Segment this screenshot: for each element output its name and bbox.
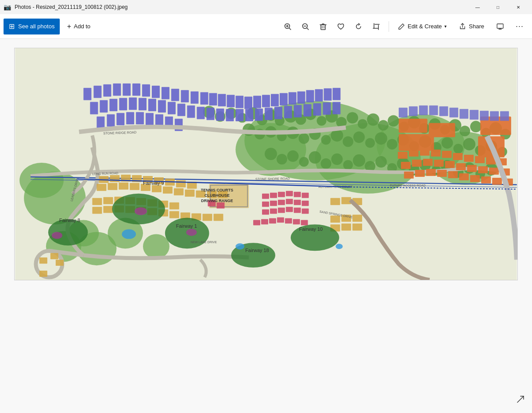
svg-rect-300 [270,209,277,214]
svg-rect-261 [399,119,428,133]
svg-rect-109 [93,86,101,98]
zoom-out-button[interactable] [297,18,314,35]
svg-rect-248 [404,172,414,179]
svg-point-281 [186,229,197,236]
svg-rect-299 [262,210,269,215]
svg-rect-181 [170,211,179,218]
svg-rect-195 [108,183,117,190]
svg-rect-174 [92,207,102,214]
share-label: Share [469,23,484,30]
svg-rect-288 [270,193,277,198]
svg-point-284 [335,244,343,249]
svg-rect-134 [324,88,332,101]
svg-rect-306 [261,219,268,225]
rotate-button[interactable] [350,18,367,35]
add-to-button[interactable]: + Add to [62,19,96,34]
slideshow-button[interactable] [491,18,509,35]
svg-rect-194 [96,184,106,191]
svg-point-59 [470,121,482,132]
expand-button[interactable] [516,395,525,406]
edit-create-label: Edit & Create [408,23,442,30]
svg-rect-219 [341,223,351,230]
see-all-photos-button[interactable]: ⊞ See all photos [4,19,60,34]
svg-rect-17 [497,24,503,28]
svg-text:TENNIS COURTS: TENNIS COURTS [201,188,233,192]
svg-point-73 [353,131,365,143]
share-button[interactable]: Share [454,19,490,34]
svg-rect-302 [286,207,293,212]
svg-rect-252 [448,171,458,178]
svg-point-87 [265,148,277,160]
svg-rect-254 [470,175,480,182]
svg-rect-115 [152,86,160,98]
svg-rect-133 [315,89,323,102]
svg-rect-140 [129,98,137,110]
svg-rect-187 [103,197,113,204]
zoom-in-button[interactable] [279,18,297,35]
more-button[interactable]: ··· [511,18,528,35]
svg-text:Fairway 8: Fairway 8 [59,218,80,223]
maximize-button[interactable]: □ [488,0,508,14]
svg-rect-311 [301,220,308,226]
svg-rect-120 [200,92,208,105]
svg-rect-201 [174,188,184,195]
svg-rect-159 [313,103,321,116]
svg-rect-193 [170,203,179,210]
svg-point-75 [375,132,387,145]
svg-rect-167 [146,113,154,125]
svg-rect-260 [399,134,434,151]
svg-rect-202 [185,190,195,197]
edit-create-button[interactable]: Edit & Create ▾ [393,19,452,34]
close-button[interactable]: ✕ [508,0,528,14]
svg-rect-199 [152,185,162,192]
svg-rect-127 [262,95,270,107]
svg-rect-113 [132,84,140,96]
svg-text:NEW LAKE DRIVE: NEW LAKE DRIVE [191,241,217,244]
separator-1 [389,21,389,32]
photos-icon: ⊞ [9,22,15,31]
svg-rect-264 [409,106,418,116]
svg-rect-164 [116,113,124,125]
crop-button[interactable] [367,18,385,35]
svg-rect-291 [294,192,301,197]
svg-rect-123 [227,95,235,107]
svg-rect-125 [244,97,252,109]
svg-rect-269 [459,109,468,119]
svg-rect-147 [197,107,205,119]
svg-point-70 [321,135,331,145]
svg-point-83 [463,138,475,150]
svg-rect-207 [110,175,120,182]
svg-rect-238 [401,162,411,169]
svg-rect-272 [490,111,499,121]
svg-rect-250 [426,169,436,176]
svg-rect-138 [109,99,117,111]
svg-rect-313 [216,203,224,209]
svg-rect-255 [481,176,491,184]
svg-rect-240 [423,159,433,166]
svg-point-88 [277,154,287,164]
svg-text:STONE SHORE ROAD: STONE SHORE ROAD [255,176,290,181]
svg-rect-184 [203,214,212,221]
svg-rect-293 [262,202,269,207]
svg-point-283 [235,243,244,249]
svg-rect-139 [119,98,127,111]
svg-point-58 [459,126,470,136]
window-title: Photos - Resized_20211119_100812 (002).j… [15,4,128,10]
svg-rect-110 [103,84,111,97]
svg-rect-126 [253,96,261,108]
toolbar-right: Edit & Create ▾ Share ··· [393,18,528,35]
svg-point-74 [365,138,375,148]
like-button[interactable] [332,18,350,35]
svg-point-29 [143,234,170,259]
svg-rect-161 [332,102,340,115]
minimize-button[interactable]: — [467,0,488,14]
svg-rect-145 [177,104,185,116]
svg-rect-307 [269,218,276,224]
svg-point-81 [441,137,453,149]
svg-rect-251 [437,170,447,177]
svg-rect-301 [278,208,285,213]
svg-rect-114 [142,84,150,97]
svg-rect-268 [449,107,458,117]
svg-rect-226 [56,260,64,266]
delete-button[interactable] [314,18,332,35]
